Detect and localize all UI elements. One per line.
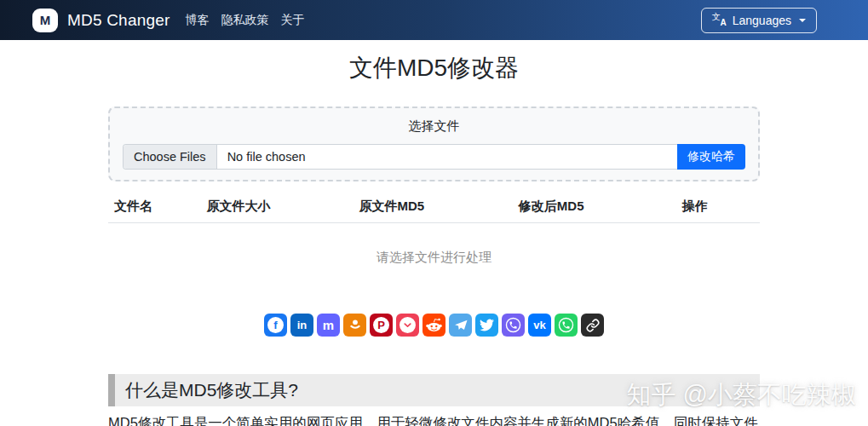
column-header-filename: 文件名 bbox=[108, 199, 167, 215]
share-buttons-row: f in m P bbox=[108, 314, 760, 337]
navbar-links: 博客 隐私政策 关于 bbox=[185, 13, 304, 28]
column-header-original-size: 原文件大小 bbox=[167, 199, 310, 215]
nav-link-blog[interactable]: 博客 bbox=[185, 13, 209, 28]
twitter-icon bbox=[480, 318, 494, 332]
languages-label: Languages bbox=[733, 14, 791, 27]
app-logo-icon: M bbox=[32, 9, 58, 32]
reddit-icon bbox=[425, 316, 443, 334]
linkedin-icon: in bbox=[297, 320, 308, 331]
files-table-header-row: 文件名 原文件大小 原文件MD5 修改后MD5 操作 bbox=[108, 199, 760, 223]
choose-files-button[interactable]: Choose Files bbox=[124, 145, 217, 169]
share-twitter-button[interactable] bbox=[475, 314, 498, 337]
whatsapp-icon bbox=[557, 316, 575, 334]
chevron-down-icon bbox=[799, 19, 806, 22]
upload-input-group: Choose Files No file chosen 修改哈希 bbox=[123, 144, 745, 170]
copy-link-button[interactable] bbox=[581, 314, 604, 337]
brand-name: MD5 Changer bbox=[67, 11, 170, 30]
share-odnoklassniki-button[interactable] bbox=[343, 314, 366, 337]
file-input[interactable]: Choose Files No file chosen bbox=[123, 144, 677, 170]
files-table: 文件名 原文件大小 原文件MD5 修改后MD5 操作 请选择文件进行处理 bbox=[108, 199, 760, 266]
link-icon bbox=[586, 319, 600, 332]
share-facebook-button[interactable]: f bbox=[264, 314, 287, 337]
share-mastodon-button[interactable]: m bbox=[317, 314, 340, 337]
nav-link-about[interactable]: 关于 bbox=[280, 13, 304, 28]
table-empty-state: 请选择文件进行处理 bbox=[108, 250, 760, 266]
column-header-original-md5: 原文件MD5 bbox=[310, 199, 473, 215]
telegram-icon bbox=[453, 318, 468, 333]
pocket-icon bbox=[400, 317, 416, 333]
odnoklassniki-icon bbox=[348, 318, 363, 333]
viber-icon bbox=[504, 316, 522, 334]
share-viber-button[interactable] bbox=[502, 314, 525, 337]
file-chosen-status: No file chosen bbox=[217, 150, 306, 164]
article-section: 什么是MD5修改工具? MD5修改工具是一个简单实用的网页应用，用于轻微修改文件… bbox=[108, 374, 760, 426]
modify-hash-button[interactable]: 修改哈希 bbox=[677, 144, 745, 170]
facebook-icon: f bbox=[267, 317, 284, 333]
share-telegram-button[interactable] bbox=[449, 314, 472, 337]
translate-icon: 文A bbox=[712, 14, 727, 26]
share-reddit-button[interactable] bbox=[423, 314, 445, 337]
brand-link[interactable]: M MD5 Changer bbox=[32, 9, 170, 32]
share-linkedin-button[interactable]: in bbox=[290, 314, 313, 337]
share-vk-button[interactable]: vk bbox=[528, 314, 551, 337]
column-header-modified-md5: 修改后MD5 bbox=[473, 199, 629, 215]
page-title: 文件MD5修改器 bbox=[0, 52, 868, 84]
languages-dropdown-button[interactable]: 文A Languages bbox=[701, 8, 817, 33]
share-pocket-button[interactable] bbox=[396, 314, 419, 337]
share-whatsapp-button[interactable] bbox=[555, 314, 578, 337]
nav-link-privacy-policy[interactable]: 隐私政策 bbox=[221, 13, 268, 28]
article-heading: 什么是MD5修改工具? bbox=[108, 374, 760, 406]
upload-dropzone[interactable]: 选择文件 Choose Files No file chosen 修改哈希 bbox=[108, 106, 760, 181]
column-header-actions: 操作 bbox=[629, 199, 760, 215]
mastodon-icon: m bbox=[323, 319, 334, 331]
upload-label: 选择文件 bbox=[123, 118, 745, 135]
navbar: M MD5 Changer 博客 隐私政策 关于 文A Languages bbox=[0, 0, 868, 40]
share-pinterest-button[interactable]: P bbox=[370, 314, 393, 337]
pinterest-icon: P bbox=[373, 317, 389, 333]
vk-icon: vk bbox=[533, 320, 545, 331]
article-paragraph: MD5修改工具是一个简单实用的网页应用，用于轻微修改文件内容并生成新的MD5哈希… bbox=[108, 412, 760, 426]
